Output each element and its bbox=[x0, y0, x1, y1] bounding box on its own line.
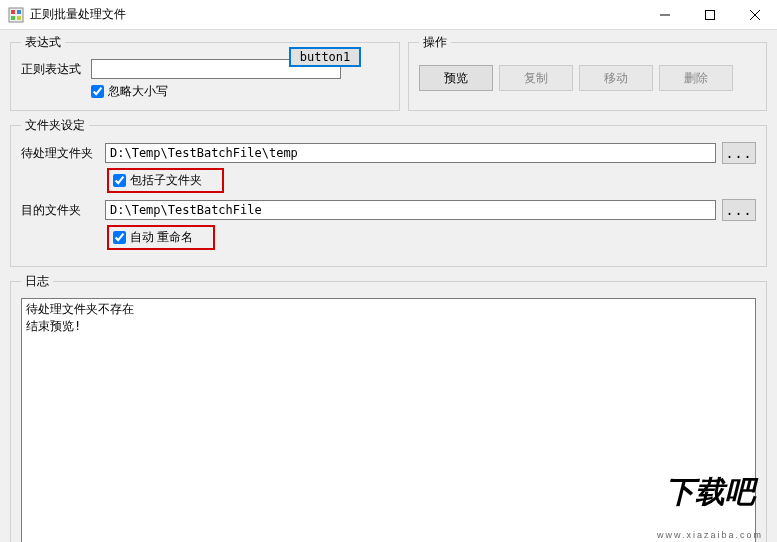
include-subfolders-label: 包括子文件夹 bbox=[130, 172, 202, 189]
log-textarea[interactable]: 待处理文件夹不存在 结束预览! bbox=[21, 298, 756, 542]
move-button[interactable]: 移动 bbox=[579, 65, 653, 91]
close-button[interactable] bbox=[732, 0, 777, 29]
delete-button[interactable]: 删除 bbox=[659, 65, 733, 91]
folders-group: 文件夹设定 待处理文件夹 ... 包括子文件夹 目的文件夹 ... 自动 重命名 bbox=[10, 117, 767, 267]
folders-legend: 文件夹设定 bbox=[21, 117, 89, 134]
operations-legend: 操作 bbox=[419, 34, 451, 51]
operations-group: 操作 预览 复制 移动 删除 bbox=[408, 34, 767, 111]
include-subfolders-checkbox[interactable] bbox=[113, 174, 126, 187]
dest-browse-button[interactable]: ... bbox=[722, 199, 756, 221]
auto-rename-checkbox[interactable] bbox=[113, 231, 126, 244]
titlebar: 正则批量处理文件 bbox=[0, 0, 777, 30]
svg-rect-3 bbox=[11, 16, 15, 20]
include-subfolders-highlight: 包括子文件夹 bbox=[107, 168, 224, 193]
minimize-button[interactable] bbox=[642, 0, 687, 29]
dest-folder-input[interactable] bbox=[105, 200, 716, 220]
source-folder-input[interactable] bbox=[105, 143, 716, 163]
window-title: 正则批量处理文件 bbox=[30, 6, 642, 23]
auto-rename-highlight: 自动 重命名 bbox=[107, 225, 215, 250]
app-icon bbox=[8, 7, 24, 23]
expression-legend: 表达式 bbox=[21, 34, 65, 51]
log-legend: 日志 bbox=[21, 273, 53, 290]
expression-group: 表达式 button1 正则表达式 忽略大小写 bbox=[10, 34, 400, 111]
ignore-case-checkbox[interactable] bbox=[91, 85, 104, 98]
auto-rename-label: 自动 重命名 bbox=[130, 229, 193, 246]
svg-rect-1 bbox=[11, 10, 15, 14]
preview-button[interactable]: 预览 bbox=[419, 65, 493, 91]
dest-folder-label: 目的文件夹 bbox=[21, 202, 99, 219]
copy-button[interactable]: 复制 bbox=[499, 65, 573, 91]
button1[interactable]: button1 bbox=[289, 47, 361, 67]
regex-label: 正则表达式 bbox=[21, 61, 83, 78]
maximize-button[interactable] bbox=[687, 0, 732, 29]
svg-rect-2 bbox=[17, 10, 21, 14]
svg-rect-4 bbox=[17, 16, 21, 20]
svg-rect-6 bbox=[705, 10, 714, 19]
source-folder-label: 待处理文件夹 bbox=[21, 145, 99, 162]
source-browse-button[interactable]: ... bbox=[722, 142, 756, 164]
log-group: 日志 待处理文件夹不存在 结束预览! bbox=[10, 273, 767, 542]
ignore-case-label: 忽略大小写 bbox=[108, 83, 168, 100]
